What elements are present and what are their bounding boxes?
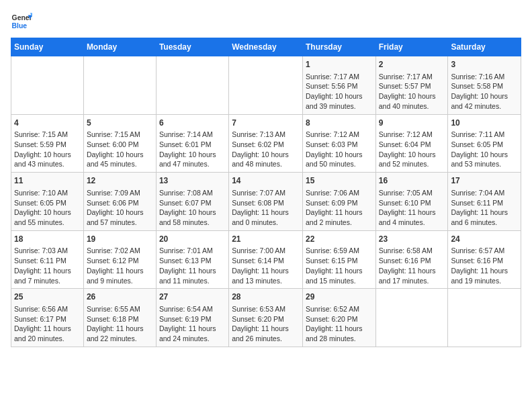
- day-info: Sunrise: 7:12 AM: [379, 130, 445, 140]
- day-info: Daylight: 11 hours: [232, 266, 300, 276]
- header-tuesday: Tuesday: [156, 38, 228, 56]
- day-number: 17: [451, 175, 518, 187]
- calendar-cell: 27Sunrise: 6:54 AMSunset: 6:19 PMDayligh…: [156, 289, 228, 347]
- day-info: Sunrise: 7:07 AM: [232, 188, 300, 198]
- day-number: 7: [232, 118, 300, 129]
- day-info: Sunrise: 7:00 AM: [232, 246, 300, 256]
- day-info: Daylight: 11 hours: [87, 324, 153, 334]
- day-info: Daylight: 11 hours: [306, 208, 373, 218]
- day-info: Daylight: 10 hours: [159, 208, 226, 218]
- day-info: and 57 minutes.: [87, 218, 153, 228]
- calendar-cell: 8Sunrise: 7:12 AMSunset: 6:03 PMDaylight…: [302, 114, 375, 173]
- day-info: Daylight: 10 hours: [306, 150, 373, 160]
- day-number: 5: [87, 118, 153, 129]
- day-info: Daylight: 11 hours: [379, 266, 445, 276]
- calendar-cell: 15Sunrise: 7:06 AMSunset: 6:09 PMDayligh…: [302, 173, 375, 231]
- day-number: 20: [159, 234, 226, 245]
- calendar-cell: [448, 289, 521, 347]
- day-info: and 40 minutes.: [379, 101, 445, 111]
- calendar-cell: 20Sunrise: 7:01 AMSunset: 6:13 PMDayligh…: [156, 230, 228, 289]
- day-info: Sunset: 6:13 PM: [159, 256, 226, 266]
- day-number: 13: [159, 175, 226, 187]
- day-info: Sunrise: 7:17 AM: [306, 72, 373, 82]
- calendar-cell: 28Sunrise: 6:53 AMSunset: 6:20 PMDayligh…: [229, 289, 303, 347]
- day-info: and 48 minutes.: [232, 159, 300, 169]
- calendar-cell: 1Sunrise: 7:17 AMSunset: 5:56 PMDaylight…: [302, 56, 375, 115]
- calendar-week-2: 11Sunrise: 7:10 AMSunset: 6:05 PMDayligh…: [11, 173, 521, 231]
- day-info: Sunset: 6:18 PM: [87, 314, 153, 324]
- day-info: Daylight: 11 hours: [379, 208, 445, 218]
- day-info: Sunset: 6:15 PM: [306, 256, 373, 266]
- day-info: and 22 minutes.: [87, 334, 153, 344]
- day-info: and 4 minutes.: [379, 218, 445, 228]
- day-info: Daylight: 11 hours: [87, 266, 153, 276]
- header-friday: Friday: [375, 38, 448, 56]
- calendar-cell: 4Sunrise: 7:15 AMSunset: 5:59 PMDaylight…: [11, 114, 84, 173]
- day-info: Sunrise: 7:06 AM: [306, 188, 373, 198]
- day-info: Sunset: 6:06 PM: [87, 198, 153, 208]
- calendar-cell: [375, 289, 448, 347]
- day-info: Daylight: 11 hours: [451, 266, 518, 276]
- day-number: 12: [87, 175, 153, 187]
- day-info: Daylight: 11 hours: [306, 266, 373, 276]
- day-info: Sunset: 6:20 PM: [232, 314, 300, 324]
- day-info: Sunset: 6:19 PM: [159, 314, 226, 324]
- day-info: Sunset: 6:11 PM: [14, 256, 81, 266]
- day-info: Sunset: 6:14 PM: [232, 256, 300, 266]
- calendar-cell: 12Sunrise: 7:09 AMSunset: 6:06 PMDayligh…: [83, 173, 156, 231]
- calendar-cell: 29Sunrise: 6:52 AMSunset: 6:20 PMDayligh…: [302, 289, 375, 347]
- day-info: and 58 minutes.: [159, 218, 226, 228]
- header-wednesday: Wednesday: [229, 38, 303, 56]
- calendar-cell: 2Sunrise: 7:17 AMSunset: 5:57 PMDaylight…: [375, 56, 448, 115]
- day-info: Daylight: 11 hours: [232, 324, 300, 334]
- day-info: Daylight: 11 hours: [451, 208, 518, 218]
- day-info: and 6 minutes.: [451, 218, 518, 228]
- day-number: 15: [306, 175, 373, 187]
- calendar-cell: 5Sunrise: 7:15 AMSunset: 6:00 PMDaylight…: [83, 114, 156, 173]
- day-info: Sunset: 6:02 PM: [232, 140, 300, 150]
- day-info: Sunrise: 6:52 AM: [306, 304, 373, 314]
- day-number: 28: [232, 291, 300, 303]
- calendar-cell: [229, 56, 303, 115]
- day-info: and 7 minutes.: [14, 276, 81, 286]
- calendar-cell: 18Sunrise: 7:03 AMSunset: 6:11 PMDayligh…: [11, 230, 84, 289]
- calendar-header-row: SundayMondayTuesdayWednesdayThursdayFrid…: [11, 38, 521, 56]
- day-info: Sunrise: 6:55 AM: [87, 304, 153, 314]
- day-info: and 47 minutes.: [159, 159, 226, 169]
- day-info: and 0 minutes.: [232, 218, 300, 228]
- day-info: and 43 minutes.: [14, 159, 81, 169]
- day-info: Sunset: 6:11 PM: [451, 198, 518, 208]
- day-info: Sunrise: 7:11 AM: [451, 130, 518, 140]
- day-number: 29: [306, 291, 373, 303]
- day-info: Daylight: 10 hours: [14, 208, 81, 218]
- day-number: 27: [159, 291, 226, 303]
- calendar-cell: 22Sunrise: 6:59 AMSunset: 6:15 PMDayligh…: [302, 230, 375, 289]
- calendar-cell: 16Sunrise: 7:05 AMSunset: 6:10 PMDayligh…: [375, 173, 448, 231]
- day-info: Sunset: 6:12 PM: [87, 256, 153, 266]
- day-info: Daylight: 10 hours: [14, 150, 81, 160]
- day-info: Daylight: 10 hours: [379, 150, 445, 160]
- day-info: Sunset: 6:08 PM: [232, 198, 300, 208]
- calendar-cell: [156, 56, 228, 115]
- day-info: Daylight: 10 hours: [451, 91, 518, 101]
- day-info: Sunset: 6:16 PM: [379, 256, 445, 266]
- header-monday: Monday: [83, 38, 156, 56]
- day-info: Sunrise: 7:04 AM: [451, 188, 518, 198]
- svg-text:Blue: Blue: [12, 22, 28, 30]
- calendar-cell: 21Sunrise: 7:00 AMSunset: 6:14 PMDayligh…: [229, 230, 303, 289]
- day-info: and 20 minutes.: [14, 334, 81, 344]
- day-info: Sunrise: 7:02 AM: [87, 246, 153, 256]
- calendar-cell: 9Sunrise: 7:12 AMSunset: 6:04 PMDaylight…: [375, 114, 448, 173]
- day-info: Daylight: 11 hours: [14, 324, 81, 334]
- day-info: Sunrise: 6:54 AM: [159, 304, 226, 314]
- day-info: and 50 minutes.: [306, 159, 373, 169]
- day-info: Daylight: 11 hours: [159, 324, 226, 334]
- day-info: Daylight: 10 hours: [451, 150, 518, 160]
- calendar-cell: 7Sunrise: 7:13 AMSunset: 6:02 PMDaylight…: [229, 114, 303, 173]
- day-info: Sunrise: 7:17 AM: [379, 72, 445, 82]
- day-info: Daylight: 10 hours: [306, 91, 373, 101]
- day-info: and 55 minutes.: [14, 218, 81, 228]
- calendar-cell: 19Sunrise: 7:02 AMSunset: 6:12 PMDayligh…: [83, 230, 156, 289]
- day-number: 4: [14, 118, 81, 129]
- day-info: and 11 minutes.: [159, 276, 226, 286]
